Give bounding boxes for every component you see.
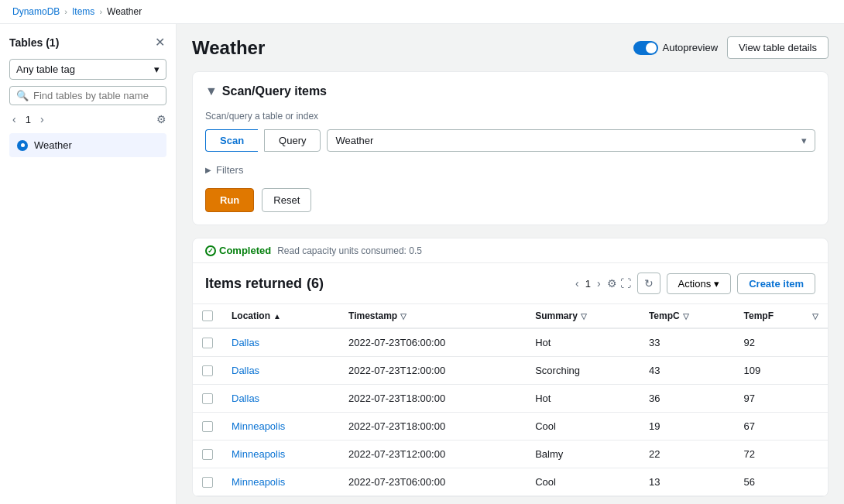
table-row: Minneapolis 2022-07-23T06:00:00 Cool 13 …	[193, 468, 828, 496]
row-select-checkbox-1[interactable]	[202, 365, 213, 376]
refresh-button[interactable]: ↻	[637, 273, 660, 294]
row-checkbox-2	[193, 385, 222, 413]
row-tempc-1: 43	[640, 357, 735, 385]
location-link-3[interactable]: Minneapolis	[232, 420, 285, 432]
scan-query-panel: ▼ Scan/Query items Scan/query a table or…	[192, 71, 829, 225]
main-content: Weather Autopreview View table details ▼…	[177, 24, 844, 504]
row-select-checkbox-2[interactable]	[202, 393, 213, 404]
actions-label: Actions	[678, 278, 712, 290]
location-sort-icon[interactable]: ▲	[273, 312, 281, 321]
run-button[interactable]: Run	[205, 188, 254, 212]
scan-query-controls: Scan Query Weather ▾	[205, 129, 815, 152]
scan-query-panel-title: Scan/Query items	[222, 84, 327, 98]
panel-collapse-icon: ▼	[205, 84, 218, 98]
col-location-label: Location	[232, 310, 270, 321]
row-tempf-2: 97	[735, 385, 828, 413]
sidebar-header: Tables (1) ✕	[9, 33, 166, 51]
table-radio-weather	[17, 140, 28, 151]
results-expand-icon[interactable]: ⛶	[620, 277, 631, 290]
tempc-sort-icon[interactable]: ▽	[683, 312, 689, 321]
row-timestamp-0: 2022-07-23T06:00:00	[339, 328, 526, 357]
timestamp-sort-icon[interactable]: ▽	[400, 312, 407, 321]
row-tempf-0: 92	[735, 328, 828, 357]
filters-label: Filters	[216, 164, 243, 176]
table-row: Dallas 2022-07-23T06:00:00 Hot 33 92	[193, 328, 828, 357]
filters-row[interactable]: ▶ Filters	[205, 164, 815, 176]
select-all-checkbox[interactable]	[202, 310, 213, 321]
row-summary-3: Cool	[526, 413, 640, 441]
reset-button[interactable]: Reset	[262, 188, 311, 212]
breadcrumb: DynamoDB › Items › Weather	[0, 0, 844, 24]
query-button[interactable]: Query	[264, 129, 321, 152]
row-timestamp-3: 2022-07-23T18:00:00	[339, 413, 526, 441]
results-next-button[interactable]: ›	[594, 276, 604, 291]
row-select-checkbox-5[interactable]	[202, 477, 213, 488]
scan-button[interactable]: Scan	[205, 129, 258, 152]
page-title: Weather	[192, 37, 265, 59]
row-select-checkbox-4[interactable]	[202, 449, 213, 460]
row-select-checkbox-0[interactable]	[202, 338, 213, 348]
results-page-num: 1	[585, 278, 591, 290]
summary-sort-icon[interactable]: ▽	[581, 312, 587, 321]
sidebar-close-button[interactable]: ✕	[153, 33, 166, 51]
filters-expand-icon: ▶	[205, 166, 211, 174]
location-link-0[interactable]: Dallas	[232, 337, 259, 348]
row-checkbox-1	[193, 357, 222, 385]
page-number: 1	[22, 114, 34, 125]
location-link-2[interactable]: Dallas	[232, 393, 259, 404]
col-header-location: Location ▲	[222, 304, 339, 328]
row-summary-4: Balmy	[526, 441, 640, 468]
table-tag-filter[interactable]: Any table tag ▾	[9, 59, 166, 80]
row-tempf-1: 109	[735, 357, 828, 385]
create-item-button[interactable]: Create item	[737, 273, 815, 294]
location-link-1[interactable]: Dallas	[232, 365, 259, 376]
prev-page-button[interactable]: ‹	[9, 111, 19, 127]
autopreview-switch[interactable]	[633, 41, 658, 55]
table-item-name-weather: Weather	[34, 139, 72, 151]
row-location-5: Minneapolis	[222, 468, 339, 496]
table-tag-label: Any table tag	[16, 63, 75, 75]
row-select-checkbox-3[interactable]	[202, 421, 213, 432]
scan-query-panel-header[interactable]: ▼ Scan/Query items	[205, 84, 815, 98]
table-row: Minneapolis 2022-07-23T18:00:00 Cool 19 …	[193, 413, 828, 441]
next-page-button[interactable]: ›	[37, 111, 47, 127]
status-completed-label: Completed	[219, 245, 271, 256]
autopreview-toggle[interactable]: Autopreview	[633, 41, 719, 55]
table-search[interactable]: 🔍	[9, 86, 166, 105]
breadcrumb-current: Weather	[107, 6, 142, 17]
results-panel: Completed Read capacity units consumed: …	[192, 238, 829, 497]
col-header-tempc: TempC ▽	[640, 304, 735, 328]
col-tempc-label: TempC	[649, 310, 680, 321]
location-link-4[interactable]: Minneapolis	[232, 448, 285, 460]
toggle-knob	[646, 43, 657, 53]
scan-action-row: Run Reset	[205, 188, 815, 212]
breadcrumb-sep-2: ›	[99, 7, 102, 16]
view-table-details-button[interactable]: View table details	[727, 36, 829, 59]
results-prev-button[interactable]: ‹	[572, 276, 582, 291]
sidebar-settings-icon[interactable]: ⚙	[156, 113, 166, 125]
table-search-input[interactable]	[33, 90, 160, 101]
row-summary-2: Hot	[526, 385, 640, 413]
table-item-weather[interactable]: Weather	[9, 133, 166, 157]
col-header-summary: Summary ▽	[526, 304, 640, 328]
row-location-0: Dallas	[222, 328, 339, 357]
breadcrumb-dynamodb[interactable]: DynamoDB	[12, 6, 60, 17]
row-timestamp-5: 2022-07-23T06:00:00	[339, 468, 526, 496]
breadcrumb-items[interactable]: Items	[72, 6, 94, 17]
table-body: Dallas 2022-07-23T06:00:00 Hot 33 92 Dal…	[193, 328, 828, 496]
autopreview-label: Autopreview	[663, 42, 719, 53]
results-settings-icon[interactable]: ⚙	[607, 277, 617, 290]
row-tempc-4: 22	[640, 441, 735, 468]
results-pagination: ‹ 1 › ⚙ ⛶	[572, 276, 631, 291]
location-link-5[interactable]: Minneapolis	[232, 476, 285, 488]
table-select[interactable]: Weather ▾	[327, 129, 815, 152]
col-header-timestamp: Timestamp ▽	[339, 304, 526, 328]
pagination-controls: ‹ 1 ›	[9, 111, 47, 127]
actions-arrow: ▾	[714, 278, 719, 290]
tempf-filter-icon[interactable]: ▽	[812, 312, 818, 321]
table-row: Dallas 2022-07-23T18:00:00 Hot 36 97	[193, 385, 828, 413]
results-actions: ‹ 1 › ⚙ ⛶ ↻ Actions ▾ Create item	[572, 273, 815, 294]
row-checkbox-3	[193, 413, 222, 441]
actions-button[interactable]: Actions ▾	[667, 273, 732, 294]
row-tempf-5: 56	[735, 468, 828, 496]
